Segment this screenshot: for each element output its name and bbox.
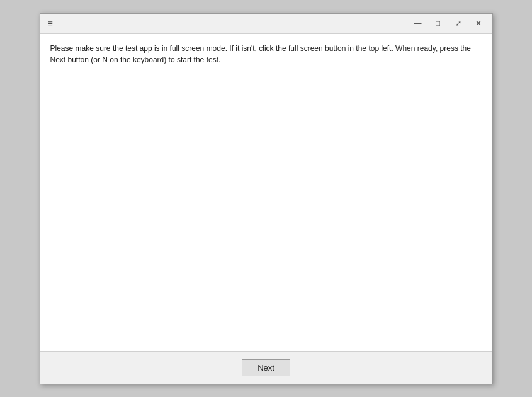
titlebar-controls: — □ ⤢ ✕ (409, 16, 487, 30)
close-button[interactable]: ✕ (470, 16, 487, 30)
minimize-button[interactable]: — (409, 16, 427, 30)
maximize-button[interactable]: □ (429, 16, 447, 30)
restore-button[interactable]: ⤢ (450, 16, 467, 30)
main-window: ≡ — □ ⤢ ✕ Please make sure the test app … (40, 13, 493, 384)
next-button[interactable]: Next (242, 359, 290, 376)
hamburger-icon[interactable]: ≡ (45, 17, 55, 30)
instruction-text: Please make sure the test app is in full… (50, 43, 482, 65)
titlebar: ≡ — □ ⤢ ✕ (40, 14, 492, 34)
bottom-bar: Next (40, 351, 492, 384)
content-area: Please make sure the test app is in full… (40, 34, 492, 351)
titlebar-left: ≡ (45, 17, 55, 30)
